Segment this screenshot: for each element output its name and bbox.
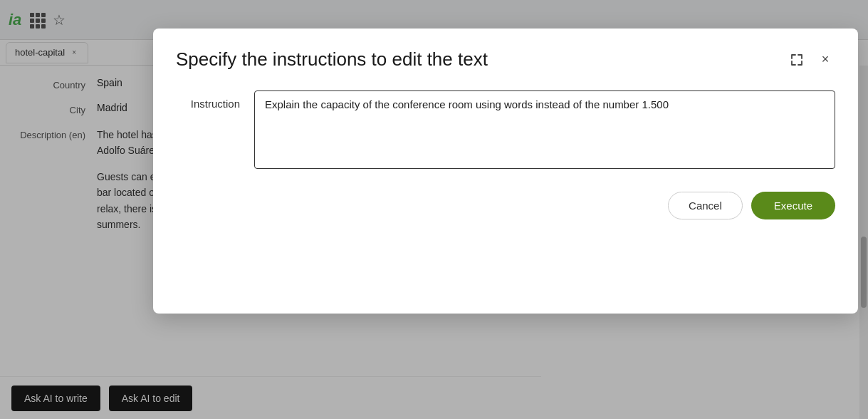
modal-title: Specify the instructions to edit the tex… — [176, 48, 488, 71]
instruction-row: Instruction — [176, 90, 835, 169]
execute-button[interactable]: Execute — [751, 192, 835, 219]
instruction-label: Instruction — [176, 90, 240, 110]
modal-header: Specify the instructions to edit the tex… — [176, 48, 835, 71]
close-icon[interactable]: × — [815, 50, 835, 70]
modal-header-icons: × — [787, 50, 835, 70]
modal-footer: Cancel Execute — [176, 192, 835, 219]
cancel-button[interactable]: Cancel — [668, 192, 743, 219]
edit-instructions-modal: Specify the instructions to edit the tex… — [153, 29, 858, 314]
expand-icon[interactable] — [787, 50, 807, 70]
instruction-textarea[interactable] — [254, 90, 835, 169]
